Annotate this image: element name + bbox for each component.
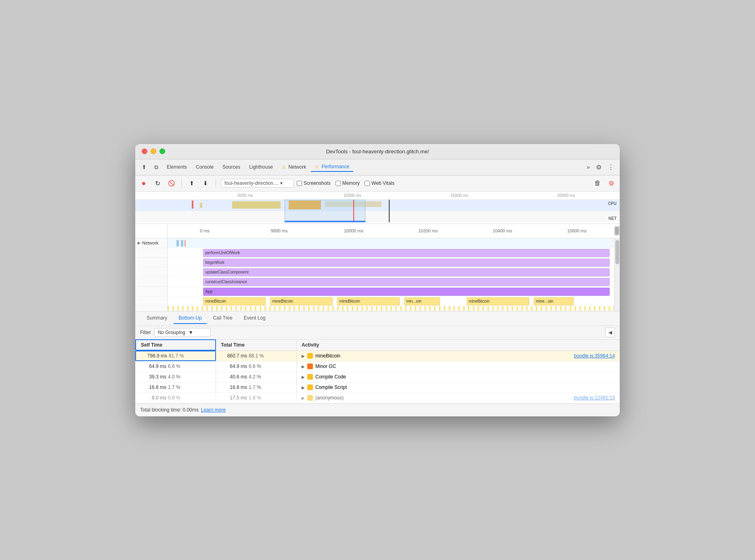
window-title: DevTools - foul-heavenly-direction.glitc… bbox=[142, 148, 613, 155]
header-self-time: Self Time bbox=[135, 339, 216, 351]
activity-name-1: mineBitcoin bbox=[315, 353, 340, 359]
expand-arrow-2[interactable]: ▶ bbox=[302, 364, 305, 369]
flame-block-beginWork[interactable]: beginWork bbox=[203, 259, 609, 267]
maximize-button[interactable] bbox=[159, 148, 165, 154]
cell-total-time-4: 16.8 ms 1.7 % bbox=[216, 382, 297, 393]
tab-console[interactable]: Console bbox=[192, 163, 218, 171]
flame-scrollbar[interactable] bbox=[614, 238, 620, 311]
flame-label-6 bbox=[135, 287, 167, 297]
red-marker-line bbox=[353, 200, 354, 222]
zoomed-ruler-row: 0 ms 9800 ms 10000 ms 10200 ms 10400 ms … bbox=[135, 224, 620, 238]
overview-chart[interactable]: CPU NET bbox=[135, 200, 620, 222]
filter-label: Filter bbox=[140, 330, 151, 335]
table-row[interactable]: 16.8 ms 1.7 % 16.8 ms 1.7 % ▶ Compile Sc… bbox=[135, 382, 620, 393]
expand-arrow-3[interactable]: ▶ bbox=[302, 375, 305, 379]
clear-recording-button[interactable]: 🗑 bbox=[592, 178, 603, 188]
zoom-mark-10200: 10200 ms bbox=[391, 228, 465, 233]
total-pct-value-1: 88.1 % bbox=[249, 353, 265, 359]
flame-block-updateClassComponent[interactable]: updateClassComponent bbox=[203, 268, 609, 276]
expand-arrow-1[interactable]: ▶ bbox=[302, 354, 305, 358]
expand-arrow-4[interactable]: ▶ bbox=[302, 385, 305, 390]
settings-gear-button[interactable]: ⚙ bbox=[593, 161, 604, 173]
performance-warning-icon: ⚠ bbox=[315, 164, 319, 169]
activity-icon-1 bbox=[307, 353, 313, 359]
flame-block-mine-3[interactable]: mineBitcoin bbox=[337, 297, 400, 305]
flame-scrollbar-thumb[interactable] bbox=[615, 240, 619, 264]
close-button[interactable] bbox=[142, 148, 147, 154]
tabs-overflow-button[interactable]: » bbox=[584, 162, 592, 172]
tab-event-log[interactable]: Event Log bbox=[239, 313, 271, 324]
total-time-value-1: 860.7 ms bbox=[221, 353, 247, 359]
layers-tool-button[interactable]: ⧉ bbox=[151, 161, 162, 173]
clear-button[interactable]: 🚫 bbox=[166, 178, 176, 188]
flame-block-mine-1[interactable]: mineBitcoin bbox=[203, 297, 266, 305]
source-link-5[interactable]: bundle.js:12491:13 bbox=[574, 395, 615, 401]
flame-label-2 bbox=[135, 248, 167, 258]
ruler-mark-5000: 5000 ms bbox=[192, 193, 299, 198]
header-activity: Activity bbox=[297, 339, 620, 351]
cursor-tool-button[interactable]: ⬆ bbox=[138, 161, 150, 173]
table-row[interactable]: 64.9 ms 6.6 % 64.9 ms 6.6 % ▶ Minor GC bbox=[135, 361, 620, 372]
learn-more-link[interactable]: Learn more bbox=[201, 407, 226, 413]
tab-summary[interactable]: Summary bbox=[142, 313, 172, 324]
flame-block-app[interactable]: App bbox=[203, 288, 609, 296]
expand-arrow-5[interactable]: ▶ bbox=[302, 396, 305, 400]
tab-sources[interactable]: Sources bbox=[218, 163, 244, 171]
screenshots-checkbox[interactable]: Screenshots bbox=[297, 180, 331, 186]
table-row[interactable]: 8.0 ms 0.8 % 17.5 ms 1.8 % ▶ (anonymous)… bbox=[135, 393, 620, 403]
devtools-tabs-bar: ⬆ ⧉ Elements Console Sources Lighthouse … bbox=[135, 159, 620, 176]
tab-call-tree[interactable]: Call Tree bbox=[208, 313, 237, 324]
timeline-overview[interactable]: 5000 ms 10000 ms 15000 ms 20000 ms CPU N… bbox=[135, 192, 620, 224]
flame-block-mine-6[interactable]: mine...oin bbox=[534, 297, 574, 305]
flame-block-mine-4[interactable]: min...oin bbox=[404, 297, 440, 305]
tab-performance[interactable]: ⚠ Performance bbox=[311, 162, 353, 172]
source-link-1[interactable]: bundle.js:35964:14 bbox=[574, 353, 615, 359]
zoom-mark-9800: 9800 ms bbox=[242, 228, 316, 233]
net-label: NET bbox=[608, 216, 617, 221]
table-row[interactable]: 798.9 ms 81.7 % 860.7 ms 88.1 % ▶ mineBi… bbox=[135, 351, 620, 361]
cell-self-time-5: 8.0 ms 0.8 % bbox=[135, 393, 216, 403]
table-row[interactable]: 39.3 ms 4.0 % 40.6 ms 4.2 % ▶ Compile Co… bbox=[135, 372, 620, 382]
scrollbar-thumb[interactable] bbox=[615, 227, 619, 235]
web-vitals-checkbox[interactable]: Web Vitals bbox=[365, 180, 394, 186]
network-label[interactable]: ▶ Network bbox=[135, 238, 167, 248]
flame-block-mine-5[interactable]: mineBitcoin bbox=[467, 297, 529, 305]
performance-settings-button[interactable]: ⚙ bbox=[606, 178, 617, 188]
grouping-dropdown[interactable]: No Grouping ▼ bbox=[154, 328, 211, 337]
upload-button[interactable]: ⬆ bbox=[187, 178, 197, 188]
cpu-label: CPU bbox=[608, 201, 617, 206]
cell-activity-4: ▶ Compile Script bbox=[297, 382, 620, 393]
minimize-button[interactable] bbox=[151, 148, 156, 154]
zoomed-ruler: 0 ms 9800 ms 10000 ms 10200 ms 10400 ms … bbox=[168, 224, 614, 238]
url-selector[interactable]: foul-heavenly-direction.... ▾ bbox=[221, 179, 294, 188]
toolbar-separator-1 bbox=[181, 179, 182, 187]
cell-self-time-4: 16.8 ms 1.7 % bbox=[135, 382, 216, 393]
cell-activity-2: ▶ Minor GC bbox=[297, 361, 620, 372]
record-button[interactable]: ● bbox=[138, 178, 149, 188]
filter-row: Filter No Grouping ▼ ◀ bbox=[135, 326, 620, 340]
tab-network[interactable]: ⚠ Network bbox=[278, 163, 310, 171]
total-blocking-time-text: Total blocking time: 0.00ms bbox=[140, 407, 199, 413]
reload-button[interactable]: ↻ bbox=[152, 178, 163, 188]
more-options-button[interactable]: ⋮ bbox=[605, 161, 617, 173]
traffic-lights bbox=[142, 148, 165, 154]
flame-block-constructClassInstance[interactable]: constructClassInstance bbox=[203, 278, 609, 286]
flame-block-performUnitOfWork[interactable]: performUnitOfWork bbox=[203, 249, 609, 257]
flame-rows-container: performUnitOfWork beginWork updateClassC… bbox=[168, 238, 614, 311]
download-button[interactable]: ⬇ bbox=[200, 178, 211, 188]
flame-block-mine-2[interactable]: mineBitcoin bbox=[270, 297, 333, 305]
status-bar: Total blocking time: 0.00ms Learn more bbox=[135, 403, 620, 416]
tab-lighthouse[interactable]: Lighthouse bbox=[245, 163, 277, 171]
network-expand-arrow[interactable]: ▶ bbox=[138, 241, 141, 245]
scrollbar-track[interactable] bbox=[614, 226, 620, 236]
cell-total-time-2: 64.9 ms 6.6 % bbox=[216, 361, 297, 372]
tab-elements[interactable]: Elements bbox=[163, 163, 191, 171]
cell-self-time-1: 798.9 ms 81.7 % bbox=[135, 351, 216, 361]
bottom-tabs-bar: Summary Bottom-Up Call Tree Event Log bbox=[135, 311, 620, 326]
ruler-mark-20000: 20000 ms bbox=[513, 193, 620, 198]
zoomed-left-spacer bbox=[135, 224, 168, 238]
memory-checkbox[interactable]: Memory bbox=[336, 180, 360, 186]
title-bar: DevTools - foul-heavenly-direction.glitc… bbox=[135, 144, 620, 159]
collapse-button[interactable]: ◀ bbox=[605, 328, 615, 337]
tab-bottom-up[interactable]: Bottom-Up bbox=[174, 313, 206, 324]
